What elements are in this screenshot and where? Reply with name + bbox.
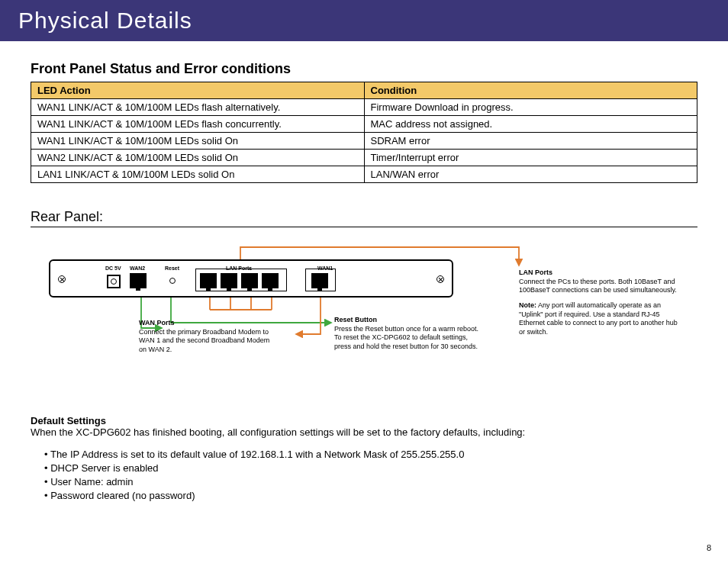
rear-panel-heading: Rear Panel: [31, 209, 697, 227]
default-settings: Default Settings When the XC-DPG602 has … [31, 415, 697, 501]
default-settings-heading: Default Settings [31, 415, 697, 426]
wan2-port-icon [130, 273, 147, 288]
page-header: Physical Details [0, 0, 728, 41]
table-row: WAN1 LINK/ACT & 10M/100M LEDs solid OnSD… [31, 133, 697, 150]
default-settings-list: The IP Address is set to its default val… [31, 449, 697, 501]
reset-hole-icon [169, 278, 176, 284]
dc-jack-icon [107, 275, 121, 288]
label-dc5v: DC 5V [105, 265, 121, 271]
lan-port-icon [200, 273, 217, 288]
list-item: User Name: admin [44, 476, 697, 487]
default-settings-intro: When the XC-DPG602 has finished booting,… [31, 426, 697, 438]
col-led-action: LED Action [31, 82, 365, 99]
list-item: DHCP Server is enabled [44, 462, 697, 474]
page-title: Physical Details [18, 8, 192, 34]
screw-icon [436, 275, 444, 283]
col-condition: Condition [364, 82, 697, 99]
table-row: WAN1 LINK/ACT & 10M/100M LEDs flash alte… [31, 99, 697, 116]
screw-icon [58, 275, 66, 283]
callout-reset-button: Reset Button Press the Reset button once… [334, 316, 479, 352]
status-table: LED Action Condition WAN1 LINK/ACT & 10M… [31, 82, 697, 183]
rear-panel-diagram: DC 5V WAN2 Reset LAN Ports WAN1 WAN Port… [31, 243, 697, 388]
label-reset: Reset [165, 265, 179, 271]
lan-port-icon [262, 273, 279, 288]
table-row: WAN1 LINK/ACT & 10M/100M LEDs flash conc… [31, 116, 697, 133]
lan-port-icon [221, 273, 237, 288]
table-row: WAN2 LINK/ACT & 10M/100M LEDs solid OnTi… [31, 150, 697, 166]
lan-port-icon [241, 273, 258, 288]
callout-lan-ports: LAN Ports Connect the PCs to these ports… [519, 269, 679, 337]
page-content: Front Panel Status and Error conditions … [0, 41, 728, 501]
page-number: 8 [707, 543, 711, 552]
callout-wan-ports: WAN Ports Connect the primary Broadband … [139, 319, 272, 355]
list-item: The IP Address is set to its default val… [44, 449, 697, 460]
wan1-port-icon [311, 273, 328, 288]
table-header-row: LED Action Condition [31, 82, 697, 99]
table-row: LAN1 LINK/ACT & 10M/100M LEDs solid OnLA… [31, 166, 697, 183]
front-panel-heading: Front Panel Status and Error conditions [31, 61, 697, 77]
list-item: Password cleared (no password) [44, 490, 697, 501]
device-rear-view: DC 5V WAN2 Reset LAN Ports WAN1 [49, 259, 453, 298]
label-wan2: WAN2 [130, 265, 145, 271]
